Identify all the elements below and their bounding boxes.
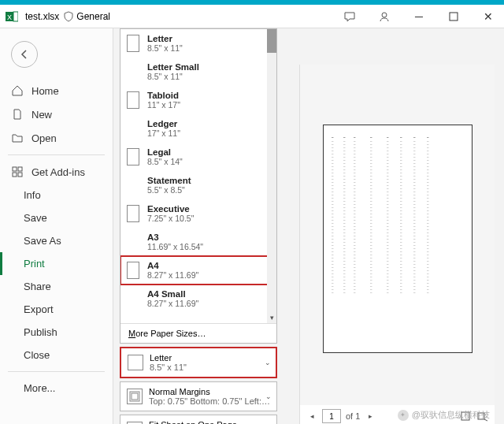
nav-label: Publish — [24, 326, 57, 338]
option-label: A3 — [147, 232, 203, 242]
page-of-label: of 1 — [346, 411, 360, 421]
watermark-logo-icon: ✦ — [398, 410, 409, 421]
dropdown-scrollbar[interactable] — [267, 29, 276, 323]
file-name: test.xlsx — [25, 11, 59, 22]
nav-label: Export — [24, 303, 54, 315]
paper-size-option[interactable]: A311.69" x 16.54" — [120, 228, 276, 256]
page-icon — [127, 63, 139, 80]
paper-size-dropdown: Letter8.5" x 11"Letter Small8.5" x 11"Ta… — [120, 28, 277, 344]
page-number-input[interactable] — [322, 409, 341, 423]
option-label: Legal — [147, 147, 183, 157]
option-dimensions: 7.25" x 10.5" — [147, 214, 194, 223]
nav-label: Print — [24, 258, 45, 270]
nav-label: New — [32, 109, 52, 121]
paper-size-option[interactable]: Tabloid11" x 17" — [120, 86, 276, 114]
setting-label: Fit Sheet on One Page — [149, 420, 263, 424]
back-button[interactable] — [11, 41, 38, 68]
nav-open[interactable]: Open — [0, 126, 113, 150]
option-dimensions: 17" x 11" — [147, 128, 180, 138]
page-icon — [128, 355, 143, 370]
option-label: Ledger — [147, 119, 180, 128]
svg-rect-8 — [18, 173, 22, 177]
svg-rect-4 — [450, 13, 458, 20]
svg-rect-10 — [132, 393, 138, 400]
option-label: Executive — [147, 204, 194, 214]
option-dimensions: 8.27" x 11.69" — [147, 299, 198, 308]
nav-label: Home — [32, 85, 59, 97]
nav-publish[interactable]: Publish — [0, 321, 113, 344]
setting-label: Normal Margins — [149, 387, 270, 396]
paper-size-option[interactable]: A4 Small8.27" x 11.69" — [120, 285, 276, 313]
nav-save-as[interactable]: Save As — [0, 229, 113, 252]
nav-save[interactable]: Save — [0, 206, 113, 229]
page-icon — [127, 233, 139, 251]
paper-size-option[interactable]: Letter Small8.5" x 11" — [120, 58, 276, 86]
page-icon — [127, 205, 139, 222]
scaling-button[interactable]: Fit Sheet on One Page Shrink the printou… — [120, 415, 277, 424]
option-label: A4 Small — [147, 289, 198, 299]
option-label: Statement — [147, 176, 191, 185]
grid-icon — [11, 166, 24, 178]
nav-close[interactable]: Close — [0, 344, 113, 366]
option-label: Letter — [147, 34, 183, 43]
setting-label: Letter — [150, 353, 187, 363]
account-icon[interactable] — [373, 6, 395, 28]
nav-label: Get Add-ins — [32, 166, 85, 178]
nav-label: Close — [24, 349, 50, 361]
setting-sub: Top: 0.75" Bottom: 0.75" Left:… — [149, 396, 270, 406]
paper-size-option[interactable]: Legal8.5" x 14" — [120, 143, 276, 171]
option-dimensions: 8.5" x 11" — [147, 43, 183, 53]
option-dimensions: 11" x 17" — [147, 100, 180, 110]
chevron-down-icon: ⌄ — [265, 392, 272, 400]
nav-share[interactable]: Share — [0, 275, 113, 298]
close-button[interactable]: ✕ — [477, 6, 499, 28]
paper-size-option[interactable]: Letter8.5" x 11" — [120, 29, 276, 58]
nav-label: Share — [24, 281, 51, 292]
nav-label: Open — [32, 132, 57, 144]
paper-size-option[interactable]: Statement5.5" x 8.5" — [120, 171, 276, 199]
chevron-down-icon: ⌄ — [265, 359, 271, 366]
next-page-button[interactable]: ▸ — [365, 411, 376, 422]
dropdown-scroll-down[interactable]: ▾ — [267, 312, 276, 323]
nav-label: Save — [24, 212, 47, 224]
nav-print[interactable]: Print — [0, 252, 113, 275]
option-label: Letter Small — [147, 62, 199, 72]
nav-label: Info — [24, 189, 41, 201]
svg-rect-6 — [18, 167, 22, 171]
paper-size-option[interactable]: Ledger17" x 11" — [120, 114, 276, 143]
page-icon — [127, 120, 139, 137]
option-label: A4 — [147, 261, 198, 270]
margins-button[interactable]: Normal Margins Top: 0.75" Bottom: 0.75" … — [120, 381, 277, 411]
paper-size-button[interactable]: Letter 8.5" x 11" ⌄ — [120, 347, 277, 378]
nav-label: Save As — [24, 235, 61, 247]
folder-icon — [11, 132, 24, 144]
nav-more[interactable]: More... — [0, 377, 113, 400]
nav-home[interactable]: Home — [0, 79, 113, 102]
excel-icon: X — [5, 9, 19, 24]
option-dimensions: 8.5" x 14" — [147, 157, 183, 166]
comments-icon[interactable] — [339, 6, 361, 28]
option-label: Tabloid — [147, 91, 180, 100]
paper-size-option[interactable]: Executive7.25" x 10.5" — [120, 199, 276, 228]
more-paper-sizes[interactable]: More Paper Sizes… — [120, 323, 276, 343]
paper-size-option[interactable]: A48.27" x 11.69" — [120, 256, 276, 285]
page-icon — [127, 35, 139, 52]
minimize-button[interactable]: ─ — [408, 6, 430, 28]
home-icon — [11, 84, 24, 97]
option-dimensions: 11.69" x 16.54" — [147, 242, 203, 251]
shield-icon — [64, 11, 73, 22]
nav-addins[interactable]: Get Add-ins — [0, 160, 113, 184]
nav-label: More... — [24, 382, 55, 394]
nav-new[interactable]: New — [0, 102, 113, 126]
option-dimensions: 8.27" x 11.69" — [147, 270, 198, 280]
nav-info[interactable]: Info — [0, 184, 113, 206]
page-icon — [127, 262, 139, 279]
page-icon — [127, 148, 139, 166]
backstage-sidebar: Home New Open Get Add-ins Info Save Save… — [0, 28, 113, 424]
svg-rect-7 — [13, 173, 17, 177]
nav-export[interactable]: Export — [0, 298, 113, 321]
maximize-button[interactable] — [443, 6, 465, 28]
svg-rect-5 — [13, 167, 17, 171]
prev-page-button[interactable]: ◂ — [306, 411, 317, 422]
margins-icon — [127, 389, 143, 404]
